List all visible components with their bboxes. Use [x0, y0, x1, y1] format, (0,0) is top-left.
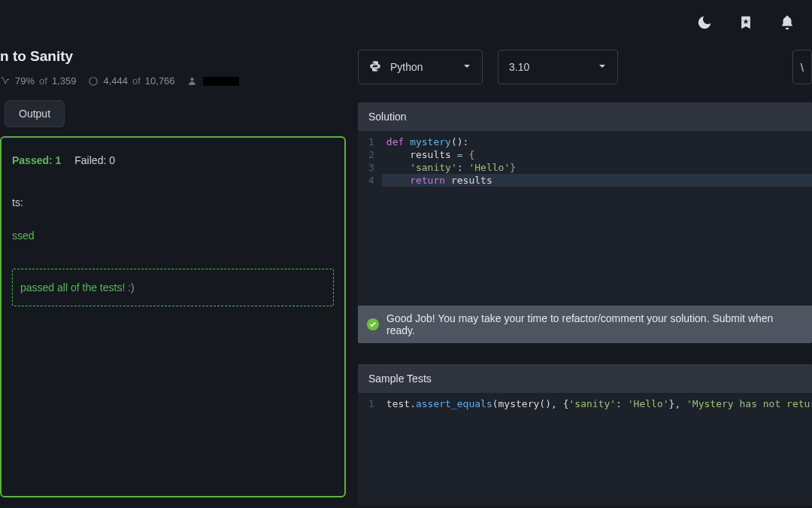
tests-code[interactable]: test.assert_equals(mystery(), {'sanity':…	[382, 393, 812, 506]
solution-editor[interactable]: 1234 def mystery(): results = { 'sanity'…	[358, 131, 812, 306]
language-select[interactable]: Python	[358, 50, 483, 84]
author-name	[203, 77, 239, 86]
moon-icon[interactable]	[696, 14, 713, 31]
solution-gutter: 1234	[358, 131, 382, 306]
tests-gutter: 1	[358, 393, 382, 506]
results-summary: Passed: 1 Failed: 0	[12, 154, 334, 166]
good-job-banner: Good Job! You may take your time to refa…	[358, 306, 812, 343]
congrats-banner: passed all of the tests! :)	[12, 269, 334, 306]
language-label: Python	[390, 61, 423, 73]
left-panel: n to Sanity 79% of 1,359 4,444 of 10,766…	[0, 45, 346, 497]
python-icon	[369, 60, 381, 75]
editor-mode-chip[interactable]: \	[792, 50, 812, 84]
kata-title: n to Sanity	[0, 45, 346, 65]
of-word: of	[132, 75, 141, 87]
completion-pct: 79%	[15, 75, 35, 87]
bookmark-icon[interactable]	[738, 14, 753, 31]
completion-stat: 79% of 1,359	[0, 75, 76, 87]
tests-label: ts:	[12, 196, 334, 208]
version-label: 3.10	[509, 61, 529, 73]
tests-status: ssed	[12, 230, 334, 242]
test-results: Passed: 1 Failed: 0 ts: ssed passed all …	[0, 136, 346, 497]
solution-header: Solution	[358, 102, 812, 131]
chevron-down-icon	[462, 61, 482, 73]
kata-stats: 79% of 1,359 4,444 of 10,766	[0, 75, 346, 87]
completion-total: 1,359	[52, 75, 77, 87]
tests-header: Sample Tests	[358, 364, 812, 393]
svg-point-1	[89, 77, 98, 85]
author-stat[interactable]	[187, 76, 239, 86]
selectors-row: Python 3.10 \	[358, 50, 812, 84]
votes-stat: 4,444 of 10,766	[88, 75, 174, 87]
tests-panel: Sample Tests 1 test.assert_equals(myster…	[358, 364, 812, 506]
output-tab[interactable]: Output	[5, 100, 65, 127]
bell-icon[interactable]	[779, 14, 795, 31]
svg-point-2	[190, 78, 193, 81]
version-select[interactable]: 3.10	[498, 50, 618, 84]
check-icon	[367, 318, 379, 330]
solution-panel: Solution 1234 def mystery(): results = {…	[358, 102, 812, 343]
chevron-down-icon	[598, 61, 617, 73]
of-word: of	[39, 75, 47, 87]
top-icon-bar	[696, 0, 812, 45]
votes-total: 10,766	[145, 75, 175, 87]
tests-editor[interactable]: 1 test.assert_equals(mystery(), {'sanity…	[358, 393, 812, 506]
good-job-text: Good Job! You may take your time to refa…	[386, 312, 803, 336]
output-tab-group: Output	[5, 100, 346, 127]
right-panel: Python 3.10 \ Solution 1234 def mystery(…	[358, 50, 812, 508]
solution-code[interactable]: def mystery(): results = { 'sanity': 'He…	[382, 131, 812, 306]
votes-done: 4,444	[103, 75, 128, 87]
